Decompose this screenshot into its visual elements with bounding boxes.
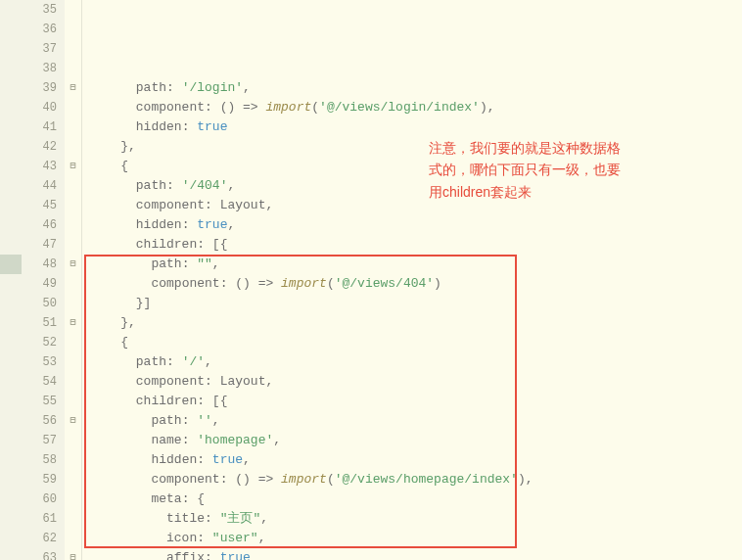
marker-cell — [0, 196, 22, 215]
code-line[interactable]: hidden: true, — [90, 215, 742, 235]
fold-column[interactable] — [65, 0, 82, 560]
code-line[interactable]: }] — [90, 294, 742, 313]
marker-cell — [0, 352, 22, 372]
line-number: 50 — [29, 294, 61, 313]
fold-cell — [65, 235, 81, 255]
code-line[interactable]: component: Layout, — [90, 372, 742, 392]
marker-cell — [0, 98, 22, 117]
code-line[interactable]: path: '/login', — [90, 78, 742, 98]
line-number: 59 — [29, 470, 61, 490]
marker-cell — [0, 59, 22, 78]
marker-cell — [0, 470, 22, 490]
line-number: 40 — [29, 98, 61, 117]
fold-cell — [65, 117, 81, 137]
code-line[interactable]: { — [90, 333, 742, 352]
code-line[interactable]: name: 'homepage', — [90, 431, 742, 450]
fold-cell — [65, 333, 81, 352]
fold-toggle-icon[interactable] — [65, 411, 81, 431]
marker-strip — [0, 0, 22, 560]
fold-cell — [65, 392, 81, 411]
line-number: 56 — [29, 411, 61, 431]
fold-cell — [65, 509, 81, 529]
marker-cell — [0, 39, 22, 59]
fold-cell — [65, 98, 81, 117]
marker-cell — [0, 0, 22, 20]
fold-cell — [65, 137, 81, 157]
code-line[interactable]: }, — [90, 137, 742, 157]
code-line[interactable]: path: "", — [90, 255, 742, 274]
line-number: 38 — [29, 59, 61, 78]
code-line[interactable]: }, — [90, 313, 742, 333]
marker-cell — [0, 78, 22, 98]
fold-cell — [65, 431, 81, 450]
marker-cell — [0, 157, 22, 176]
line-number: 54 — [29, 372, 61, 392]
fold-cell — [65, 196, 81, 215]
annotation-line: 注意，我们要的就是这种数据格 — [429, 140, 621, 156]
annotation-text: 注意，我们要的就是这种数据格 式的，哪怕下面只有一级，也要 用children套… — [429, 137, 634, 203]
code-line[interactable]: component: () => import('@/views/homepag… — [90, 470, 742, 490]
line-number: 49 — [29, 274, 61, 294]
line-number: 45 — [29, 196, 61, 215]
code-line[interactable]: affix: true — [90, 548, 742, 560]
fold-cell — [65, 215, 81, 235]
line-number: 52 — [29, 333, 61, 352]
line-number: 62 — [29, 529, 61, 548]
marker-cell — [0, 411, 22, 431]
marker-cell — [0, 294, 22, 313]
code-line[interactable]: path: '/404', — [90, 176, 742, 196]
line-number: 51 — [29, 313, 61, 333]
fold-cell — [65, 372, 81, 392]
marker-cell — [0, 274, 22, 294]
annotation-line: 用children套起来 — [429, 184, 532, 200]
line-number: 35 — [29, 0, 61, 20]
line-number: 42 — [29, 137, 61, 157]
code-line[interactable]: title: "主页", — [90, 509, 742, 529]
annotation-line: 式的，哪怕下面只有一级，也要 — [429, 162, 621, 177]
code-line[interactable]: component: () => import('@/views/404') — [90, 274, 742, 294]
code-line[interactable]: hidden: true, — [90, 450, 742, 470]
marker-cell — [0, 137, 22, 157]
code-line[interactable]: children: [{ — [90, 392, 742, 411]
code-line[interactable]: icon: "user", — [90, 529, 742, 548]
code-line[interactable]: meta: { — [90, 490, 742, 509]
line-number: 47 — [29, 235, 61, 255]
fold-cell — [65, 59, 81, 78]
code-line[interactable]: path: '', — [90, 411, 742, 431]
fold-toggle-icon[interactable] — [65, 157, 81, 176]
marker-cell — [0, 509, 22, 529]
line-number: 39 — [29, 78, 61, 98]
marker-cell — [0, 548, 22, 560]
marker-cell — [0, 255, 22, 274]
line-number: 55 — [29, 392, 61, 411]
code-content[interactable]: 注意，我们要的就是这种数据格 式的，哪怕下面只有一级，也要 用children套… — [82, 0, 742, 560]
line-number: 61 — [29, 509, 61, 529]
code-line[interactable]: children: [{ — [90, 235, 742, 255]
fold-toggle-icon[interactable] — [65, 78, 81, 98]
code-line[interactable]: hidden: true — [90, 117, 742, 137]
line-number: 60 — [29, 490, 61, 509]
line-number: 43 — [29, 157, 61, 176]
fold-cell — [65, 470, 81, 490]
code-editor[interactable]: 3536373839404142434445464748495051525354… — [0, 0, 742, 560]
marker-cell — [0, 313, 22, 333]
fold-cell — [65, 352, 81, 372]
line-number: 44 — [29, 176, 61, 196]
code-line[interactable]: { — [90, 157, 742, 176]
code-line[interactable]: component: () => import('@/views/login/i… — [90, 98, 742, 117]
line-number: 58 — [29, 450, 61, 470]
marker-cell — [0, 235, 22, 255]
marker-cell — [0, 450, 22, 470]
marker-cell — [0, 392, 22, 411]
marker-cell — [0, 333, 22, 352]
fold-toggle-icon[interactable] — [65, 313, 81, 333]
code-line[interactable]: path: '/', — [90, 352, 742, 372]
line-number: 46 — [29, 215, 61, 235]
fold-toggle-icon[interactable] — [65, 255, 81, 274]
code-line[interactable]: component: Layout, — [90, 196, 742, 215]
line-number: 37 — [29, 39, 61, 59]
fold-toggle-icon[interactable] — [65, 548, 81, 560]
fold-cell — [65, 294, 81, 313]
fold-cell — [65, 20, 81, 39]
line-number: 63 — [29, 548, 61, 560]
